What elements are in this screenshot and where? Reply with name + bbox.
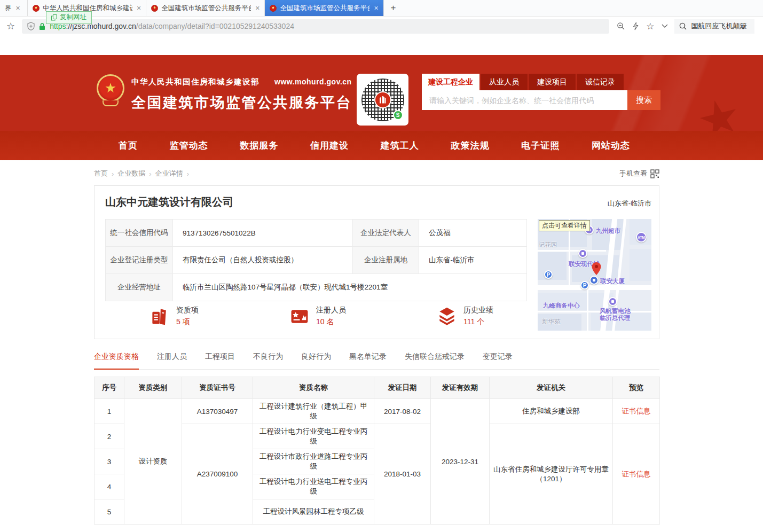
tab-dishonesty-records[interactable]: 失信联合惩戒记录 bbox=[405, 352, 465, 369]
certificate-info-link[interactable]: 证书信息 bbox=[622, 470, 651, 478]
map-tooltip: 点击可查看详情 bbox=[539, 220, 590, 231]
company-info-table: 统一社会信用代码 91371302675501022B 企业法定代表人 公茂福 … bbox=[105, 219, 527, 301]
table-row: 1 设计资质 A137030497 工程设计建筑行业（建筑工程）甲级 2017-… bbox=[95, 399, 660, 424]
new-tab-button[interactable]: + bbox=[384, 0, 403, 16]
issue-date: 2018-01-03 bbox=[374, 424, 431, 525]
nav-credit[interactable]: 信用建设 bbox=[310, 139, 349, 152]
search-tab-personnel[interactable]: 从业人员 bbox=[481, 74, 528, 90]
site-favicon-icon bbox=[270, 5, 277, 12]
flash-save-icon[interactable] bbox=[633, 22, 639, 30]
qualification-category: 设计资质 bbox=[124, 399, 182, 525]
breadcrumb-home[interactable]: 首页 bbox=[94, 169, 108, 178]
qr-center-logo bbox=[374, 91, 391, 108]
map-label: 风帆蓄电池 临沂总代理 bbox=[600, 308, 631, 322]
atm-pin-icon: ATM bbox=[636, 232, 647, 242]
mobile-view-label: 手机查看 bbox=[619, 169, 647, 178]
stat-qualifications[interactable]: 资质项 5 项 bbox=[149, 306, 199, 327]
mobile-view-link[interactable]: 手机查看 bbox=[619, 169, 659, 178]
close-icon[interactable]: × bbox=[255, 4, 259, 12]
map-label: 九峰商务中心 bbox=[543, 302, 580, 309]
breadcrumb-company-data[interactable]: 企业数据 bbox=[117, 169, 145, 178]
bookmark-star-icon[interactable]: ☆ bbox=[6, 21, 15, 31]
breadcrumb-company-detail[interactable]: 企业详情 bbox=[155, 169, 183, 178]
parking-pin-icon: P bbox=[580, 281, 589, 290]
certificate-info-link[interactable]: 证书信息 bbox=[622, 407, 651, 415]
address-value: 临沂市兰山区陶然路107号星河晶都（联安）现代城1号楼2201室 bbox=[173, 274, 527, 301]
main-navigation: 首页 监管动态 数据服务 信用建设 建筑工人 政策法规 电子证照 网站动态 bbox=[0, 131, 763, 160]
stat-history-performance[interactable]: 历史业绩 111 个 bbox=[436, 306, 493, 327]
masthead-search: 建设工程企业 从业人员 建设项目 诚信记录 搜索 bbox=[422, 74, 660, 110]
favorite-star-icon[interactable]: ☆ bbox=[646, 22, 654, 31]
building-icon bbox=[149, 306, 170, 327]
search-tab-enterprise[interactable]: 建设工程企业 bbox=[422, 74, 479, 90]
ministry-name: 中华人民共和国住房和城乡建设部 bbox=[131, 77, 259, 87]
page-content: 首页 › 企业数据 › 企业详情 › 手机查看 山东中元建筑设计有限公司 山东省… bbox=[0, 160, 763, 525]
tab-projects[interactable]: 工程项目 bbox=[205, 352, 235, 369]
shield-plus-icon[interactable] bbox=[27, 22, 35, 30]
search-tab-credit[interactable]: 诚信记录 bbox=[577, 74, 624, 90]
nav-data-service[interactable]: 数据服务 bbox=[240, 139, 278, 152]
credit-code-value: 91371302675501022B bbox=[173, 220, 353, 247]
tab-qualifications[interactable]: 企业资质资格 bbox=[94, 352, 139, 370]
emblem-circle bbox=[97, 74, 124, 102]
map-label: 记花园 bbox=[539, 241, 557, 248]
field-label: 企业法定代表人 bbox=[353, 220, 419, 247]
secure-lock-icon[interactable] bbox=[39, 22, 45, 30]
tab-bad-behavior[interactable]: 不良行为 bbox=[253, 352, 283, 369]
field-label: 企业经营地址 bbox=[106, 274, 173, 301]
browser-tab-0[interactable]: 界 × bbox=[0, 0, 28, 16]
reg-place-value: 山东省-临沂市 bbox=[419, 247, 527, 274]
parking-pin-icon: P bbox=[544, 270, 553, 279]
browser-tab-active[interactable]: 全国建筑市场监管公共服务平台 × bbox=[265, 0, 383, 16]
close-icon[interactable]: × bbox=[374, 4, 378, 12]
tab-blacklist[interactable]: 黑名单记录 bbox=[349, 352, 387, 369]
qualification-name: 工程设计电力行业变电工程专业丙级 bbox=[253, 424, 374, 449]
col-header: 发证日期 bbox=[374, 377, 431, 399]
tab-registered-personnel[interactable]: 注册人员 bbox=[157, 352, 187, 369]
issuing-authority: 住房和城乡建设部 bbox=[490, 399, 613, 424]
tab-change-records[interactable]: 变更记录 bbox=[483, 352, 513, 369]
col-header: 序号 bbox=[95, 377, 124, 399]
address-bar-actions: ☆ bbox=[617, 22, 668, 31]
nav-home[interactable]: 首页 bbox=[119, 139, 138, 152]
qualification-name: 工程设计建筑行业（建筑工程）甲级 bbox=[253, 399, 374, 424]
nav-e-license[interactable]: 电子证照 bbox=[521, 139, 560, 152]
breadcrumb-separator: › bbox=[149, 170, 151, 178]
breadcrumb: 首页 › 企业数据 › 企业详情 › 手机查看 bbox=[94, 169, 659, 178]
search-button[interactable]: 搜索 bbox=[627, 90, 660, 110]
stat-label: 注册人员 bbox=[316, 306, 346, 315]
chevron-down-icon[interactable] bbox=[662, 24, 668, 28]
field-label: 企业登记注册类型 bbox=[106, 247, 173, 274]
copy-url-tooltip: 复制网址 bbox=[46, 11, 92, 24]
nav-policy[interactable]: 政策法规 bbox=[451, 139, 490, 152]
qualification-name: 工程设计风景园林工程专项乙级 bbox=[253, 499, 374, 525]
trending-search-text: 国航回应飞机颠簸 bbox=[691, 21, 746, 31]
location-map[interactable]: 点击可查看详情 九州超市 ATM 记花园 联安现代城 联安大厦 P P 九峰商务… bbox=[538, 219, 651, 331]
nav-supervision[interactable]: 监管动态 bbox=[170, 139, 208, 152]
col-header: 预览 bbox=[613, 377, 660, 399]
preview-cell: 证书信息 bbox=[613, 424, 660, 525]
national-emblem-logo bbox=[96, 74, 125, 106]
trending-search-box[interactable]: 国航回应飞机颠簸 bbox=[674, 19, 754, 34]
close-icon[interactable]: × bbox=[137, 4, 141, 12]
field-label: 企业注册属地 bbox=[353, 247, 419, 274]
close-icon[interactable]: × bbox=[16, 4, 20, 12]
row-number: 4 bbox=[95, 474, 124, 499]
nav-workers[interactable]: 建筑工人 bbox=[381, 139, 419, 152]
zoom-out-icon[interactable] bbox=[617, 22, 625, 30]
search-tab-project[interactable]: 建设项目 bbox=[529, 74, 576, 90]
company-region: 山东省-临沂市 bbox=[608, 199, 651, 208]
certificate-number: A137030497 bbox=[182, 399, 253, 424]
keyword-search-input[interactable] bbox=[422, 90, 627, 110]
nav-site-news[interactable]: 网站动态 bbox=[592, 139, 630, 152]
issuing-authority: 山东省住房和城乡建设厅许可专用章 （1201） bbox=[490, 424, 613, 525]
stat-registered-personnel[interactable]: 注册人员 10 名 bbox=[289, 306, 346, 327]
stat-value: 5 项 bbox=[176, 317, 199, 327]
site-favicon-icon bbox=[33, 5, 40, 12]
browser-tab-2[interactable]: 全国建筑市场监管公共服务平台 × bbox=[146, 0, 265, 16]
url-field[interactable]: https://jzsc.mohurd.gov.cn/data/company/… bbox=[22, 19, 609, 34]
col-header: 资质名称 bbox=[253, 377, 374, 399]
tab-good-behavior[interactable]: 良好行为 bbox=[301, 352, 331, 369]
address-bar: ☆ https://jzsc.mohurd.gov.cn/data/compan… bbox=[0, 17, 763, 36]
stat-label: 历史业绩 bbox=[463, 306, 493, 315]
